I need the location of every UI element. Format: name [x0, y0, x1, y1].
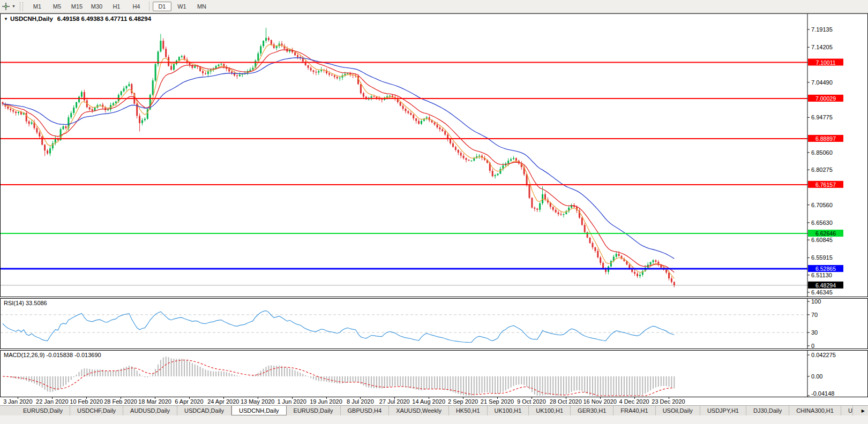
time-axis-label: 21 Sep 2020 [481, 398, 514, 405]
time-axis-label: 10 Feb 2020 [70, 398, 103, 405]
timeframe-button-M5[interactable]: M5 [48, 2, 66, 11]
timeframe-button-W1[interactable]: W1 [173, 2, 191, 11]
timeframe-button-D1[interactable]: D1 [153, 2, 171, 11]
time-axis-label: 24 Apr 2020 [207, 398, 239, 405]
price-tick-label: 6.65630 [811, 219, 833, 226]
rsi-tick-label: 70 [811, 312, 818, 318]
chart-tab-8-HK50-H1[interactable]: HK50,H1 [449, 406, 488, 415]
symbol-marker-icon[interactable]: ▼ [4, 17, 8, 21]
chart-tab-4-USDCNH-Daily[interactable]: USDCNH,Daily [231, 406, 287, 415]
price-tick-label: 7.19135 [811, 26, 833, 33]
chart-tab-13-USOil-Daily[interactable]: USOil,Daily [656, 406, 700, 415]
price-tick-label: 6.60845 [811, 237, 833, 243]
timeframe-button-M15[interactable]: M15 [68, 2, 86, 11]
time-axis-label: 13 May 2020 [241, 398, 275, 405]
chart-tab-7-XAUUSD-Weekly[interactable]: XAUUSD,Weekly [389, 406, 449, 415]
price-tick-label: 6.85060 [811, 149, 833, 156]
moving-average-34 [3, 58, 674, 259]
svg-text:6.62646: 6.62646 [815, 230, 836, 237]
chart-tab-3-USDCAD-Daily[interactable]: USDCAD,Daily [177, 406, 231, 415]
macd-tick-label: 0.042275 [811, 352, 836, 358]
timeframe-button-M30[interactable]: M30 [87, 2, 106, 11]
dropdown-caret-icon[interactable]: ▼ [12, 4, 16, 8]
chart-tab-14-USDJPY-H1[interactable]: USDJPY,H1 [700, 406, 746, 415]
timeframe-button-MN[interactable]: MN [192, 2, 211, 11]
price-tick-label: 7.14205 [811, 44, 833, 50]
top-toolbar: ▼ M1M5M15M30H1H4D1W1MN [0, 0, 868, 13]
toolbar-grip[interactable] [20, 2, 23, 11]
timeframe-button-H1[interactable]: H1 [107, 2, 126, 11]
chart-tab-5-EURUSD-Daily[interactable]: EURUSD,Daily [287, 406, 341, 415]
price-tick-label: 6.46345 [811, 289, 833, 296]
macd-values: -0.015838 -0.013690 [46, 352, 101, 358]
svg-text:7.10011: 7.10011 [815, 59, 835, 66]
price-tick-label: 7.04490 [811, 79, 833, 86]
moving-average-13 [3, 50, 674, 272]
macd-chart[interactable]: 0.0422750.00-0.04148 [1, 351, 867, 397]
svg-text:7.00029: 7.00029 [815, 95, 836, 102]
macd-label: MACD(12,26,9) -0.015838 -0.013690 [4, 352, 101, 358]
time-axis-label: 27 Jul 2020 [379, 398, 410, 405]
status-strip [0, 415, 868, 424]
time-axis-label: 14 Aug 2020 [412, 398, 445, 405]
chart-tab-16-CHINA300-H1[interactable]: CHINA300,H1 [789, 406, 841, 415]
price-tick-label: 6.80275 [811, 166, 833, 173]
rsi-line [3, 311, 674, 342]
chart-tab-10-UK100-H1[interactable]: UK100,H1 [529, 406, 571, 415]
time-axis-label: 18 Mar 2020 [138, 398, 171, 405]
chart-tab-6-GBPUSD-H4[interactable]: GBPUSD,H4 [341, 406, 390, 415]
crosshair-tool-icon[interactable] [1, 2, 11, 11]
time-axis-label: 1 Jun 2020 [277, 398, 306, 405]
macd-signal-line [3, 360, 674, 396]
candles-layer [2, 28, 675, 287]
time-axis[interactable]: 3 Jan 202022 Jan 202010 Feb 202028 Feb 2… [0, 398, 868, 405]
macd-tick-label: 0.00 [811, 373, 822, 380]
timeframe-button-M1[interactable]: M1 [28, 2, 47, 11]
tab-scroll-right-icon[interactable]: ▶ [858, 406, 868, 415]
chart-title: ▼USDCNH,Daily6.49158 6.49383 6.47711 6.4… [4, 16, 151, 22]
macd-histogram [3, 357, 674, 396]
chart-tab-12-FRA40-H1[interactable]: FRA40,H1 [613, 406, 655, 415]
time-axis-label: 23 Dec 2020 [652, 398, 685, 405]
macd-indicator-panel: 0.0422750.00-0.04148 MACD(12,26,9) -0.01… [0, 350, 868, 397]
price-tick-label: 6.70560 [811, 202, 833, 208]
price-tick-label: 6.51130 [811, 272, 832, 278]
time-axis-label: 6 Apr 2020 [175, 398, 203, 405]
main-price-chart[interactable]: 7.191357.142057.044906.947756.850606.802… [1, 14, 867, 297]
tab-bar-spacer [0, 406, 16, 415]
chart-tab-15-DJ30-Daily[interactable]: DJ30,Daily [746, 406, 789, 415]
rsi-chart[interactable]: 10070300 [1, 299, 867, 349]
chart-tab-bar: EURUSD,DailyUSDCHF,DailyAUDUSD,DailyUSDC… [0, 405, 868, 415]
time-axis-label: 4 Dec 2020 [619, 398, 649, 405]
svg-text:6.48294: 6.48294 [815, 282, 836, 289]
time-axis-label: 3 Jan 2020 [3, 398, 32, 405]
rsi-label: RSI(14) 33.5086 [4, 300, 47, 306]
rsi-tick-label: 0 [811, 343, 814, 349]
svg-text:6.76157: 6.76157 [815, 181, 836, 188]
svg-text:6.88897: 6.88897 [815, 135, 836, 142]
time-axis-label: 8 Jul 2020 [347, 398, 374, 405]
timeframe-button-H4[interactable]: H4 [127, 2, 146, 11]
time-axis-label: 22 Jan 2020 [36, 398, 69, 405]
chart-tab-9-UK100-H1[interactable]: UK100,H1 [488, 406, 529, 415]
chart-tab-0-EURUSD-Daily[interactable]: EURUSD,Daily [16, 406, 70, 415]
rsi-indicator-panel: 10070300 RSI(14) 33.5086 [0, 298, 868, 349]
price-tick-label: 6.94775 [811, 114, 833, 120]
time-axis-label: 2 Sep 2020 [448, 398, 478, 405]
time-axis-label: 9 Oct 2020 [517, 398, 546, 405]
time-axis-label: 28 Oct 2020 [550, 398, 582, 405]
chart-tab-17-U[interactable]: U [841, 406, 853, 415]
rsi-value: 33.5086 [26, 300, 47, 306]
timeframe-toolbar: M1M5M15M30H1H4D1W1MN [27, 0, 212, 12]
time-axis-label: 16 Nov 2020 [583, 398, 616, 405]
chart-tab-2-AUDUSD-Daily[interactable]: AUDUSD,Daily [123, 406, 177, 415]
macd-tick-label: -0.04148 [811, 390, 834, 397]
chart-ohlc-values: 6.49158 6.49383 6.47711 6.48294 [57, 16, 151, 22]
svg-text:6.52865: 6.52865 [815, 266, 836, 272]
time-axis-label: 28 Feb 2020 [104, 398, 137, 405]
time-axis-label: 19 Jun 2020 [310, 398, 342, 405]
chart-tab-11-GER30-H1[interactable]: GER30,H1 [571, 406, 613, 415]
chart-symbol-label: USDCNH,Daily [10, 16, 53, 22]
chart-tab-1-USDCHF-Daily[interactable]: USDCHF,Daily [70, 406, 123, 415]
price-tick-label: 6.55915 [811, 254, 833, 261]
